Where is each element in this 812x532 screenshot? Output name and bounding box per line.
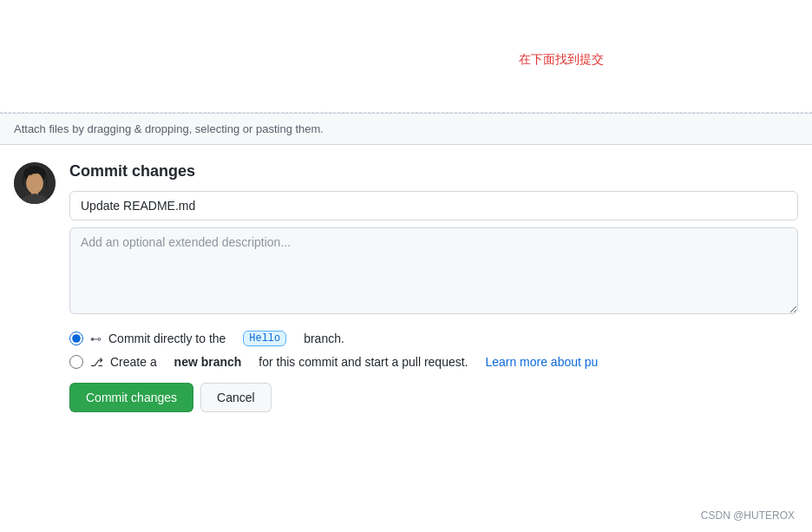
cancel-button[interactable]: Cancel — [200, 383, 272, 412]
branch-badge: Hello — [243, 331, 286, 346]
commit-section: Commit changes ⊷ Commit directly to the … — [0, 145, 812, 430]
commit-direct-icon: ⊷ — [90, 332, 102, 345]
annotation-text: 在下面找到提交 — [519, 52, 604, 68]
radio-option-2-prefix: Create a — [110, 355, 157, 369]
radio-commit-direct[interactable] — [69, 332, 83, 345]
learn-more-link[interactable]: Learn more about pu — [485, 355, 598, 369]
radio-create-branch[interactable] — [69, 355, 83, 369]
radio-option-2-bold: new branch — [174, 355, 242, 369]
avatar — [14, 162, 56, 204]
commit-message-input[interactable] — [69, 191, 798, 220]
commit-changes-button[interactable]: Commit changes — [69, 383, 193, 412]
top-area: 在下面找到提交 — [0, 0, 812, 113]
watermark: CSDN @HUTEROX — [701, 509, 795, 522]
radio-option-branch: ⎇ Create a new branch for this commit an… — [69, 355, 798, 369]
radio-options: ⊷ Commit directly to the Hello branch. ⎇… — [69, 331, 798, 369]
radio-option-1-prefix: Commit directly to the — [108, 332, 226, 345]
radio-option-direct: ⊷ Commit directly to the Hello branch. — [69, 331, 798, 346]
commit-description-textarea[interactable] — [69, 227, 798, 314]
page-wrapper: 在下面找到提交 Attach files by dragging & dropp… — [0, 0, 812, 532]
pull-request-icon: ⎇ — [90, 356, 103, 369]
attach-bar-text: Attach files by dragging & dropping, sel… — [14, 122, 324, 135]
action-buttons: Commit changes Cancel — [69, 383, 798, 430]
commit-form: Commit changes ⊷ Commit directly to the … — [69, 162, 798, 430]
radio-option-1-suffix: branch. — [304, 332, 344, 345]
radio-option-2-middle: for this commit and start a pull request… — [259, 355, 468, 369]
commit-title: Commit changes — [69, 162, 798, 181]
attach-bar: Attach files by dragging & dropping, sel… — [0, 113, 812, 145]
